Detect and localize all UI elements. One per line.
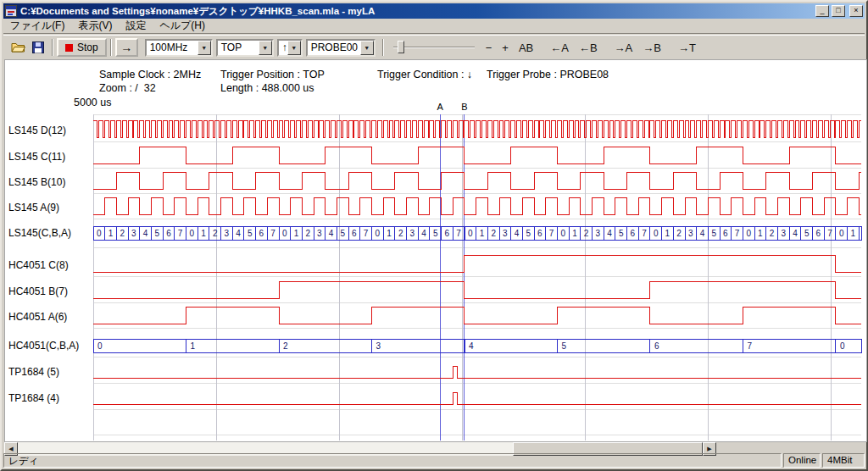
sample-clock-info: Sample Clock : 2MHz (99, 69, 201, 80)
time-division-label: 5000 us (74, 97, 111, 108)
chevron-down-icon[interactable]: ▼ (259, 41, 272, 55)
probe-select[interactable]: PROBE00 ▼ (306, 39, 376, 57)
trigger-position-value: TOP (218, 42, 259, 53)
menu-file[interactable]: ファイル(F) (3, 18, 71, 34)
trigger-edge-select[interactable]: ↑ ▼ (277, 39, 303, 57)
zoom-out-button[interactable]: − (481, 40, 498, 56)
zoom-in-button[interactable]: + (497, 40, 514, 56)
toolbar-separator (110, 39, 112, 56)
open-file-button[interactable] (8, 38, 28, 57)
waveform-panel (4, 59, 867, 442)
toolbar-separator (382, 39, 384, 56)
menu-bar: ファイル(F) 表示(V) 設定 ヘルプ(H) (3, 19, 865, 34)
toolbar-separator (52, 39, 53, 56)
online-indicator: Online (783, 453, 821, 468)
title-bar[interactable]: C:¥Documents and Settings¥noname¥デスクトップ¥… (3, 3, 865, 19)
move-marker-b-right-button[interactable]: →B (637, 40, 666, 56)
sample-clock-select[interactable]: 100MHz ▼ (145, 39, 213, 57)
maximize-button[interactable]: □ (832, 5, 845, 17)
zoom-slider-track (393, 47, 475, 48)
toolbar: Stop → 100MHz ▼ TOP ▼ ↑ ▼ PROBE00 ▼ − + … (3, 35, 865, 59)
sample-clock-value: 100MHz (147, 42, 198, 53)
stop-icon (65, 44, 73, 52)
trigger-position-info: Trigger Position : TOP (220, 69, 325, 80)
zoom-slider-handle[interactable] (398, 41, 404, 53)
trigger-probe-info: Trigger Probe : PROBE08 (487, 69, 609, 80)
ab-span-button[interactable]: AB (514, 40, 538, 56)
status-bar: レディ Online 4MBit (3, 453, 865, 468)
save-button[interactable] (28, 38, 48, 57)
memory-indicator: 4MBit (822, 453, 865, 468)
menu-view[interactable]: 表示(V) (71, 18, 119, 34)
status-message: レディ (3, 453, 782, 468)
stop-button[interactable]: Stop (57, 38, 107, 57)
trigger-edge-value: ↑ (279, 42, 287, 53)
chevron-down-icon[interactable]: ▼ (287, 41, 301, 55)
move-marker-a-left-button[interactable]: ←A (545, 40, 574, 56)
probe-value: PROBE00 (308, 42, 360, 53)
goto-trigger-button[interactable]: →T (673, 40, 701, 56)
menu-settings[interactable]: 設定 (119, 18, 153, 34)
app-icon (5, 5, 18, 17)
length-info: Length : 488.000 us (220, 82, 314, 94)
zoom-info: Zoom : / 32 (99, 82, 156, 94)
chevron-down-icon[interactable]: ▼ (198, 41, 211, 55)
chevron-down-icon[interactable]: ▼ (360, 41, 374, 55)
run-step-button[interactable]: → (115, 38, 138, 57)
trigger-position-select[interactable]: TOP ▼ (216, 39, 274, 57)
stop-label: Stop (77, 42, 98, 53)
move-marker-a-right-button[interactable]: →A (609, 40, 638, 56)
move-marker-b-left-button[interactable]: ←B (574, 40, 603, 56)
minimize-button[interactable]: _ (815, 5, 829, 17)
trigger-condition-info: Trigger Condition : ↓ (377, 69, 472, 80)
menu-help[interactable]: ヘルプ(H) (153, 18, 212, 34)
window-title: C:¥Documents and Settings¥noname¥デスクトップ¥… (20, 5, 813, 18)
app-window: C:¥Documents and Settings¥noname¥デスクトップ¥… (0, 0, 868, 471)
zoom-slider[interactable] (390, 38, 478, 57)
close-button[interactable]: × (849, 5, 863, 17)
